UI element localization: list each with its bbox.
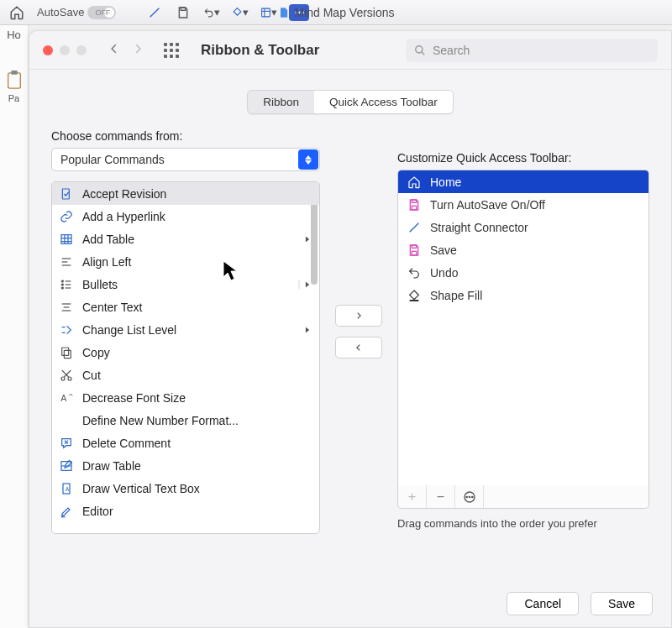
command-label: Cut: [82, 369, 101, 382]
svg-rect-49: [412, 200, 416, 202]
undo-icon: [407, 266, 422, 280]
svg-rect-50: [412, 206, 416, 210]
connector-icon[interactable]: [146, 4, 163, 21]
undo-icon[interactable]: ▾: [203, 4, 220, 21]
qat-label: Turn AutoSave On/Off: [430, 198, 545, 212]
svg-point-60: [466, 496, 467, 497]
qat-listbox[interactable]: HomeTurn AutoSave On/OffStraight Connect…: [397, 170, 649, 489]
svg-rect-52: [412, 245, 416, 248]
svg-rect-1: [181, 8, 186, 10]
save-button[interactable]: Save: [591, 592, 653, 615]
more-options-button[interactable]: [455, 485, 484, 508]
command-row[interactable]: Add a Hyperlink: [52, 205, 319, 228]
svg-marker-10: [305, 160, 312, 165]
app-toolbar: AutoSave OFF ▾ ▾ ▾ ⋯ Mind Map Versions: [0, 0, 672, 25]
show-all-icon[interactable]: [164, 43, 179, 58]
drag-hint: Drag commands into the order you prefer: [397, 517, 649, 530]
list-level-icon: [59, 323, 74, 337]
svg-line-8: [422, 51, 425, 55]
bullets-icon: [59, 278, 74, 291]
customize-qat-label: Customize Quick Access Toolbar:: [397, 151, 649, 165]
qat-row[interactable]: Save: [398, 238, 648, 261]
command-row[interactable]: Editor: [52, 500, 319, 522]
command-row[interactable]: Draw Table: [52, 454, 319, 477]
shape-fill-icon[interactable]: ▾: [232, 4, 249, 21]
qat-row[interactable]: Undo: [398, 261, 648, 284]
home-icon: [407, 175, 422, 189]
autosave-toggle[interactable]: AutoSave OFF: [37, 6, 134, 19]
command-row[interactable]: ADecrease Font Size: [52, 386, 319, 409]
tab-bar: Ribbon Quick Access Toolbar: [29, 70, 671, 129]
commands-listbox[interactable]: Accept RevisionAdd a HyperlinkAdd TableA…: [51, 181, 320, 534]
tab-ribbon[interactable]: Ribbon: [248, 91, 314, 113]
qat-label: Shape Fill: [430, 289, 482, 302]
cancel-button[interactable]: Cancel: [507, 592, 579, 615]
autosave-label: AutoSave: [37, 6, 84, 18]
svg-rect-2: [262, 8, 270, 17]
svg-rect-35: [64, 350, 71, 358]
close-icon[interactable]: [43, 45, 53, 55]
comment-x-icon: [59, 437, 74, 450]
svg-line-0: [150, 8, 160, 17]
select-caret-icon[interactable]: [298, 149, 318, 170]
home-tab-label[interactable]: Ho: [0, 25, 28, 46]
svg-text:A: A: [60, 393, 67, 403]
remove-button[interactable]: [335, 337, 382, 358]
remove-item-button[interactable]: −: [427, 485, 455, 508]
command-row[interactable]: Accept Revision: [52, 182, 319, 205]
shape-fill-icon: [407, 289, 422, 302]
forward-button[interactable]: [132, 43, 144, 58]
align-center-icon: [59, 301, 74, 314]
qat-row[interactable]: Straight Connector: [398, 216, 648, 238]
font-dec-icon: A: [59, 391, 74, 405]
search-input[interactable]: Search: [406, 39, 658, 62]
command-row[interactable]: Add Table: [52, 228, 319, 250]
qat-row[interactable]: Home: [398, 170, 648, 193]
link-icon: [59, 210, 74, 223]
command-row[interactable]: Delete Comment: [52, 432, 319, 454]
save-icon[interactable]: [175, 4, 192, 21]
cut-icon: [59, 369, 74, 382]
command-row[interactable]: Align Left: [52, 250, 319, 273]
save-pink-icon: [407, 198, 422, 212]
command-row[interactable]: Define New Number Format...: [52, 409, 319, 432]
svg-point-37: [61, 377, 65, 380]
doc-check-icon: [59, 187, 74, 201]
command-label: Bullets: [82, 278, 118, 291]
table-icon[interactable]: ▾: [260, 4, 277, 21]
command-row[interactable]: ADraw Vertical Text Box: [52, 477, 319, 500]
command-label: Define New Number Format...: [82, 414, 239, 427]
back-button[interactable]: [108, 43, 120, 58]
command-row[interactable]: Cut: [52, 364, 319, 386]
command-row[interactable]: Center Text: [52, 296, 319, 318]
svg-point-61: [469, 496, 470, 497]
qat-label: Save: [430, 243, 457, 257]
save-pink-icon: [407, 243, 422, 257]
commands-source-select[interactable]: Popular Commands: [51, 148, 320, 171]
svg-text:A: A: [66, 485, 70, 491]
preferences-modal: Ribbon & Toolbar Search Ribbon Quick Acc…: [29, 30, 672, 628]
command-row[interactable]: Copy: [52, 341, 319, 364]
svg-point-7: [416, 45, 423, 52]
paste-icon[interactable]: Pa: [0, 70, 28, 103]
command-row[interactable]: Bullets: [52, 273, 319, 296]
svg-rect-5: [8, 73, 20, 88]
left-strip: Ho Pa: [0, 25, 29, 628]
home-icon[interactable]: [8, 4, 25, 21]
copy-icon: [59, 346, 74, 359]
command-label: Copy: [82, 346, 110, 359]
dialog-footer: Cancel Save: [507, 592, 653, 615]
svg-rect-53: [412, 251, 416, 255]
window-controls[interactable]: [43, 45, 87, 55]
svg-point-38: [68, 377, 71, 380]
svg-marker-28: [306, 281, 309, 287]
qat-row[interactable]: Turn AutoSave On/Off: [398, 193, 648, 216]
modal-header: Ribbon & Toolbar Search: [29, 31, 671, 70]
modal-title: Ribbon & Toolbar: [201, 42, 319, 59]
qat-row[interactable]: Shape Fill: [398, 284, 648, 306]
command-row[interactable]: Change List Level: [52, 318, 319, 341]
add-button[interactable]: [335, 305, 382, 327]
command-label: Align Left: [82, 255, 131, 269]
tab-qat[interactable]: Quick Access Toolbar: [314, 91, 453, 113]
add-item-button[interactable]: +: [398, 485, 427, 508]
